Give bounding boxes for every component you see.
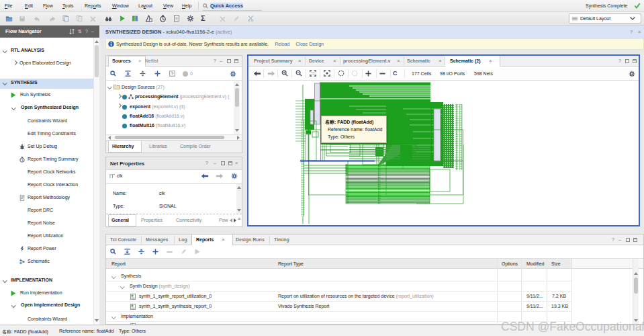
svg-text:?: ? xyxy=(171,71,174,76)
